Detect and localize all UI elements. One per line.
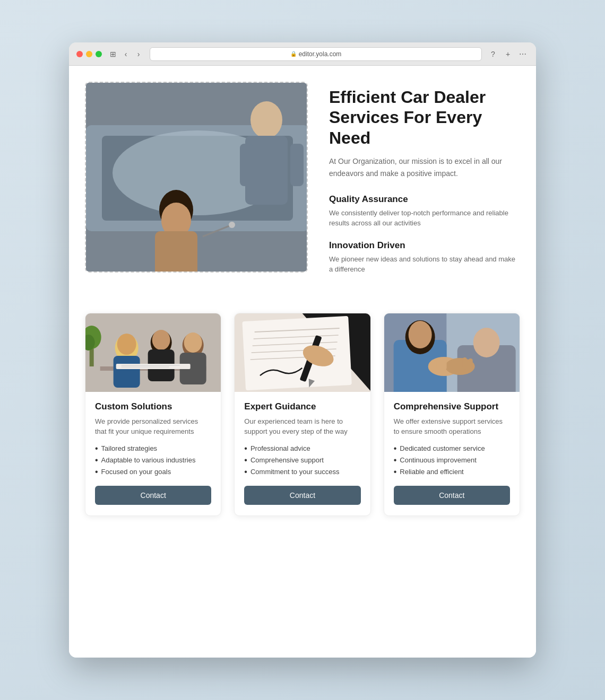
card-comprehensive: Comprehensive Support We offer extensive… [384,313,520,516]
svg-rect-25 [116,364,191,369]
card-image-handshake [384,313,520,392]
svg-point-13 [229,222,235,228]
list-item: Tailored strategies [95,444,211,453]
sidebar-toggle-button[interactable]: ⊞ [107,48,119,60]
close-button[interactable] [76,51,83,57]
feature-innovation-title: Innovation Driven [329,240,520,251]
hero-image-svg [86,83,307,272]
card-custom-body: Custom Solutions We provide personalized… [85,392,221,515]
svg-rect-33 [243,316,352,390]
feature-quality: Quality Assurance We consistently delive… [329,194,520,229]
maximize-button[interactable] [96,51,102,57]
card-expert-list: Professional advice Comprehensive suppor… [244,444,360,476]
svg-rect-56 [468,358,472,370]
forward-button[interactable]: › [133,48,144,60]
browser-actions: ? + ⋯ [487,48,529,60]
hero-content: Efficient Car Dealer Services For Every … [329,82,520,286]
browser-chrome: ⊞ ‹ › 🔒 editor.yola.com ? + ⋯ [69,42,536,66]
list-item: Comprehensive support [244,456,360,465]
svg-rect-7 [290,144,304,186]
svg-point-17 [117,334,136,355]
card-comprehensive-body: Comprehensive Support We offer extensive… [384,392,520,515]
back-button[interactable]: ‹ [120,48,132,60]
card-custom-title: Custom Solutions [95,401,211,412]
list-item: Reliable and efficient [394,468,510,476]
more-button[interactable]: ⋯ [517,48,529,60]
list-item: Dedicated customer service [394,444,510,453]
address-bar[interactable]: 🔒 editor.yola.com [150,47,482,61]
nav-buttons: ⊞ ‹ › [107,48,144,60]
card-comprehensive-title: Comprehensive Support [394,401,510,412]
page-content: Efficient Car Dealer Services For Every … [69,66,536,658]
card-custom-desc: We provide personalized services that fi… [95,416,211,437]
card-custom-list: Tailored strategies Adaptable to various… [95,444,211,476]
hero-title: Efficient Car Dealer Services For Every … [329,87,520,148]
svg-rect-55 [462,357,466,370]
team-image-svg [85,313,221,392]
feature-innovation: Innovation Driven We pioneer new ideas a… [329,240,520,275]
card-image-team [85,313,221,392]
url-text: editor.yola.com [299,50,342,58]
contact-button-1[interactable]: Contact [95,486,211,505]
svg-point-20 [152,330,170,350]
list-item: Commitment to your success [244,468,360,476]
card-expert-desc: Our experienced team is here to support … [244,416,360,437]
svg-rect-11 [155,231,197,272]
feature-quality-desc: We consistently deliver top-notch perfor… [329,208,520,229]
cards-section: Custom Solutions We provide personalized… [85,313,520,516]
hero-image-container [85,82,308,273]
svg-rect-18 [114,356,140,388]
minimize-button[interactable] [86,51,92,57]
svg-point-47 [408,321,431,348]
lock-icon: 🔒 [290,51,297,57]
card-custom-solutions: Custom Solutions We provide personalized… [85,313,221,516]
contact-button-3[interactable]: Contact [394,486,510,505]
feature-innovation-desc: We pioneer new ideas and solutions to st… [329,254,520,275]
traffic-lights [76,51,102,57]
hero-subtitle: At Our Organization, our mission is to e… [329,155,520,179]
card-comprehensive-desc: We offer extensive support services to e… [394,416,510,437]
list-item: Adaptable to various industries [95,456,211,465]
card-expert-guidance: Expert Guidance Our experienced team is … [234,313,370,516]
svg-point-4 [250,101,282,138]
contact-button-2[interactable]: Contact [244,486,360,505]
card-expert-body: Expert Guidance Our experienced team is … [235,392,370,515]
list-item: Continuous improvement [394,456,510,465]
handshake-image-svg [384,313,520,392]
help-button[interactable]: ? [487,48,499,60]
svg-rect-53 [436,358,440,370]
card-image-contract [235,313,370,392]
new-tab-button[interactable]: + [502,48,514,60]
list-item: Focused on your goals [95,468,211,476]
card-expert-title: Expert Guidance [244,401,360,412]
hero-section: Efficient Car Dealer Services For Every … [85,82,520,286]
list-item: Professional advice [244,444,360,453]
card-comprehensive-list: Dedicated customer service Continuous im… [394,444,510,476]
hero-image [86,83,307,272]
svg-rect-54 [442,357,446,370]
svg-rect-6 [240,144,253,186]
contract-image-svg [235,313,370,392]
svg-point-49 [473,328,499,357]
svg-rect-52 [430,360,435,371]
feature-quality-title: Quality Assurance [329,194,520,205]
browser-window: ⊞ ‹ › 🔒 editor.yola.com ? + ⋯ [69,42,536,658]
svg-point-23 [184,332,202,353]
